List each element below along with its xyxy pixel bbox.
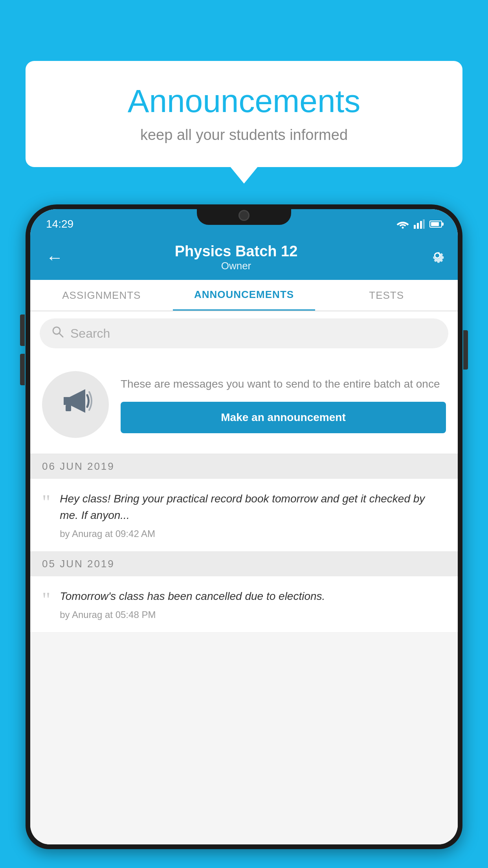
app-bar: ← Physics Batch 12 Owner	[30, 235, 458, 280]
phone-frame: 14:29	[26, 204, 462, 868]
tab-bar: ASSIGNMENTS ANNOUNCEMENTS TESTS	[30, 280, 458, 311]
phone-notch	[197, 204, 291, 225]
announcement-prompt: These are messages you want to send to t…	[30, 355, 458, 454]
svg-rect-4	[423, 219, 425, 229]
svg-rect-2	[417, 223, 419, 229]
svg-point-0	[402, 226, 404, 228]
date-separator-2: 05 JUN 2019	[30, 552, 458, 576]
phone-screen: 14:29	[30, 209, 458, 844]
announcement-content-1: Hey class! Bring your practical record b…	[60, 491, 446, 539]
tab-assignments[interactable]: ASSIGNMENTS	[30, 280, 173, 311]
announcement-text-1: Hey class! Bring your practical record b…	[60, 491, 446, 524]
status-icons	[396, 219, 442, 229]
megaphone-circle	[42, 371, 109, 438]
app-bar-title-area: Physics Batch 12 Owner	[75, 243, 397, 272]
wifi-icon	[396, 219, 409, 229]
volume-up-button[interactable]	[20, 314, 25, 346]
bubble-subtitle: keep all your students informed	[49, 127, 439, 143]
front-camera	[238, 210, 250, 221]
screen-content: ← Physics Batch 12 Owner	[30, 235, 458, 844]
signal-icon	[414, 219, 425, 229]
search-placeholder: Search	[70, 326, 110, 341]
speech-bubble: Announcements keep all your students inf…	[26, 61, 462, 167]
search-bar[interactable]: Search	[40, 318, 448, 348]
speech-bubble-area: Announcements keep all your students inf…	[26, 61, 462, 167]
make-announcement-button[interactable]: Make an announcement	[121, 402, 446, 433]
back-button[interactable]: ←	[42, 244, 67, 271]
phone-outer: 14:29	[26, 204, 462, 849]
status-time: 14:29	[46, 218, 73, 230]
content-area: Search	[30, 311, 458, 844]
search-icon	[51, 326, 64, 341]
svg-rect-1	[414, 225, 416, 229]
tab-announcements[interactable]: ANNOUNCEMENTS	[173, 280, 316, 311]
svg-rect-3	[420, 221, 422, 229]
announcement-item-1[interactable]: " Hey class! Bring your practical record…	[30, 479, 458, 552]
battery-icon	[429, 221, 442, 228]
svg-line-6	[59, 333, 63, 337]
announcement-meta-1: by Anurag at 09:42 AM	[60, 528, 446, 539]
prompt-description: These are messages you want to send to t…	[121, 376, 446, 392]
prompt-right: These are messages you want to send to t…	[121, 376, 446, 433]
quote-icon-2: "	[42, 590, 50, 610]
announcement-content-2: Tomorrow's class has been cancelled due …	[60, 588, 446, 620]
power-button[interactable]	[463, 330, 468, 370]
tab-tests[interactable]: TESTS	[315, 280, 458, 311]
announcement-item-2[interactable]: " Tomorrow's class has been cancelled du…	[30, 576, 458, 633]
app-bar-subtitle: Owner	[75, 260, 397, 272]
megaphone-icon	[58, 383, 93, 426]
app-bar-title: Physics Batch 12	[75, 243, 397, 260]
quote-icon-1: "	[42, 492, 50, 513]
date-separator-1: 06 JUN 2019	[30, 454, 458, 479]
svg-rect-7	[66, 405, 71, 411]
bubble-title: Announcements	[49, 83, 439, 120]
announcement-text-2: Tomorrow's class has been cancelled due …	[60, 588, 446, 605]
search-container: Search	[30, 311, 458, 355]
volume-down-button[interactable]	[20, 354, 25, 385]
announcement-meta-2: by Anurag at 05:48 PM	[60, 609, 446, 620]
settings-button[interactable]	[429, 247, 446, 268]
